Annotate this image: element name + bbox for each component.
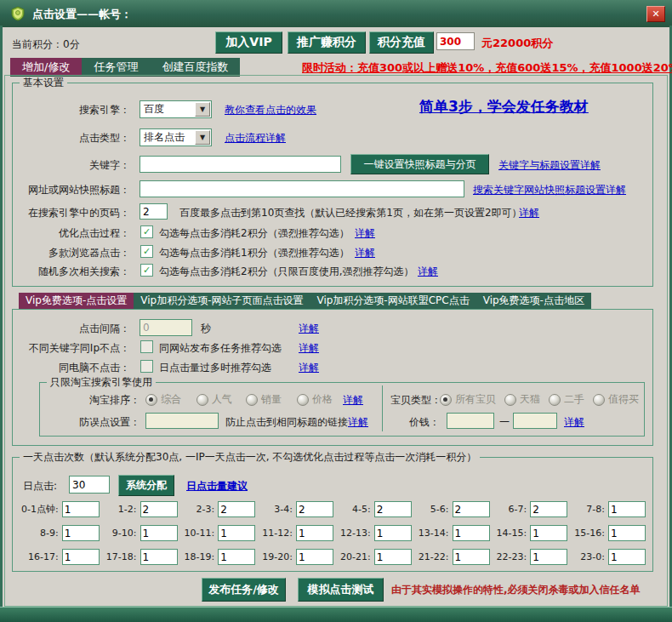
hour-cell: 22-23: [490, 549, 568, 565]
tutorial-link[interactable]: 简单3步，学会发任务教材 [419, 97, 589, 117]
keyword-label: 关键字： [13, 158, 130, 173]
snapshot-setup-button[interactable]: 一键设置快照标题与分页 [350, 154, 489, 174]
hour-input[interactable] [530, 525, 567, 541]
chevron-down-icon[interactable]: ▼ [195, 130, 210, 145]
optimize-checkbox[interactable]: ✓ [140, 225, 153, 238]
vip-tab-click-region[interactable]: Vip免费选项-点击地区 [476, 293, 591, 309]
sort-detail-link[interactable]: 详解 [343, 393, 363, 408]
hour-input[interactable] [374, 501, 412, 517]
hour-cell: 5-6: [412, 501, 490, 517]
diff-keyword-detail-link[interactable]: 详解 [299, 341, 319, 356]
radio-icon [246, 394, 258, 406]
recharge-amount-input[interactable] [436, 32, 475, 50]
hour-input[interactable] [608, 501, 646, 517]
radio-type-secondhand[interactable]: 二手 [549, 392, 584, 407]
hour-input[interactable] [608, 549, 646, 565]
hour-input[interactable] [453, 525, 490, 541]
tab-task-manage[interactable]: 任务管理 [82, 58, 150, 76]
radio-type-tmall[interactable]: 天猫 [504, 392, 540, 407]
price-dash: — [499, 415, 510, 427]
price-to-input[interactable] [513, 413, 557, 429]
hour-input[interactable] [140, 501, 178, 517]
hour-input[interactable] [374, 525, 412, 541]
related-detail-link[interactable]: 详解 [418, 265, 438, 279]
recharge-button[interactable]: 积分充值 [369, 31, 434, 54]
same-pc-checkbox[interactable] [140, 360, 153, 373]
misclick-detail-link[interactable]: 详解 [348, 415, 368, 430]
price-from-input[interactable] [447, 413, 494, 429]
keyword-title-link[interactable]: 关键字与标题设置详解 [498, 158, 601, 173]
radio-icon [196, 394, 208, 406]
hour-input[interactable] [62, 549, 100, 565]
hour-input[interactable] [296, 549, 333, 565]
radio-type-worthbuy[interactable]: 值得买 [593, 392, 639, 407]
title-bar: 点击设置——帐号： ✕ [0, 0, 672, 27]
promo-banner[interactable]: 限时活动：充值300或以上赠送10%，充值600送15%，充值1000送20% [302, 60, 672, 76]
optimize-detail-link[interactable]: 详解 [355, 226, 375, 241]
radio-sort-price[interactable]: 价格 [297, 392, 333, 407]
hour-input[interactable] [453, 549, 490, 565]
vip-tab-cpc-click[interactable]: Vip加积分选项-网站联盟CPC点击 [310, 293, 476, 309]
click-flow-link[interactable]: 点击流程详解 [225, 131, 286, 146]
publish-task-button[interactable]: 发布任务/修改 [202, 578, 286, 602]
keyword-input[interactable] [140, 156, 341, 173]
simulate-click-button[interactable]: 模拟点击测试 [298, 578, 384, 602]
hour-label: 19-20: [262, 551, 293, 562]
tab-add-modify[interactable]: 增加/修改 [10, 58, 82, 76]
footer-bar [0, 607, 672, 622]
hour-input[interactable] [218, 549, 255, 565]
hour-input[interactable] [62, 501, 100, 517]
price-detail-link[interactable]: 详解 [564, 415, 584, 430]
view-effect-link[interactable]: 教你查看点击的效果 [225, 103, 316, 117]
daily-click-input[interactable] [69, 476, 110, 494]
interval-input[interactable] [140, 319, 192, 336]
hour-label: 11-12: [262, 528, 293, 539]
hour-input[interactable] [218, 501, 255, 517]
optimize-note: 勾选每点击多消耗2积分（强烈推荐勾选） [159, 226, 350, 241]
tab-baidu-index[interactable]: 创建百度指数 [150, 58, 240, 76]
vip-tab-click-settings[interactable]: Vip免费选项-点击设置 [19, 293, 134, 309]
hour-input[interactable] [296, 525, 333, 541]
hour-input[interactable] [140, 549, 178, 565]
system-assign-button[interactable]: 系统分配 [118, 475, 174, 496]
browsers-detail-link[interactable]: 详解 [355, 246, 375, 260]
earn-points-button[interactable]: 推广赚积分 [288, 31, 366, 54]
hour-input[interactable] [530, 501, 567, 517]
misclick-note: 防止点击到相同标题的链接 [225, 415, 348, 430]
radio-sort-popularity[interactable]: 人气 [196, 392, 232, 407]
daily-click-label: 日点击: [23, 479, 57, 494]
browsers-checkbox[interactable]: ✓ [140, 245, 153, 258]
hour-input[interactable] [218, 525, 255, 541]
close-icon[interactable]: ✕ [646, 6, 665, 22]
vip-tab-subpage-click[interactable]: Vip加积分选项-网站子页面点击设置 [134, 293, 310, 309]
hour-input[interactable] [296, 501, 333, 517]
taobao-group: 只限淘宝搜索引擎使用 淘宝排序： 综合 人气 销量 价格 详解 防误点设置： 防… [39, 382, 645, 437]
diff-keyword-note: 同网站发布多任务推荐勾选 [159, 341, 282, 356]
url-input[interactable] [140, 180, 464, 197]
hour-input[interactable] [62, 525, 100, 541]
search-engine-select[interactable]: 百度 ▼ [140, 100, 212, 118]
join-vip-button[interactable]: 加入VIP [215, 31, 282, 54]
click-type-select[interactable]: 排名点击 ▼ [140, 128, 212, 146]
hour-input[interactable] [140, 525, 178, 541]
misclick-input[interactable] [145, 413, 219, 429]
url-snapshot-link[interactable]: 搜索关键字网站快照标题设置详解 [473, 183, 626, 197]
radio-type-all[interactable]: 所有宝贝 [440, 392, 496, 407]
daily-advice-link[interactable]: 日点击量建议 [186, 479, 248, 494]
hour-input[interactable] [374, 549, 412, 565]
hour-cell: 11-12: [255, 525, 333, 541]
hour-input[interactable] [530, 549, 567, 565]
hour-cell: 8-9: [21, 525, 100, 541]
page-number-input[interactable] [140, 203, 168, 220]
radio-sort-sales[interactable]: 销量 [246, 392, 282, 407]
page-detail-link[interactable]: 详解 [519, 206, 539, 220]
same-pc-detail-link[interactable]: 详解 [299, 361, 319, 375]
chevron-down-icon[interactable]: ▼ [195, 102, 210, 117]
hour-label: 15-16: [574, 528, 605, 539]
related-search-checkbox[interactable]: ✓ [140, 264, 153, 277]
interval-detail-link[interactable]: 详解 [299, 322, 319, 336]
diff-keyword-checkbox[interactable] [140, 340, 153, 353]
radio-sort-composite[interactable]: 综合 [145, 392, 181, 407]
hour-input[interactable] [453, 501, 490, 517]
hour-input[interactable] [608, 525, 646, 541]
